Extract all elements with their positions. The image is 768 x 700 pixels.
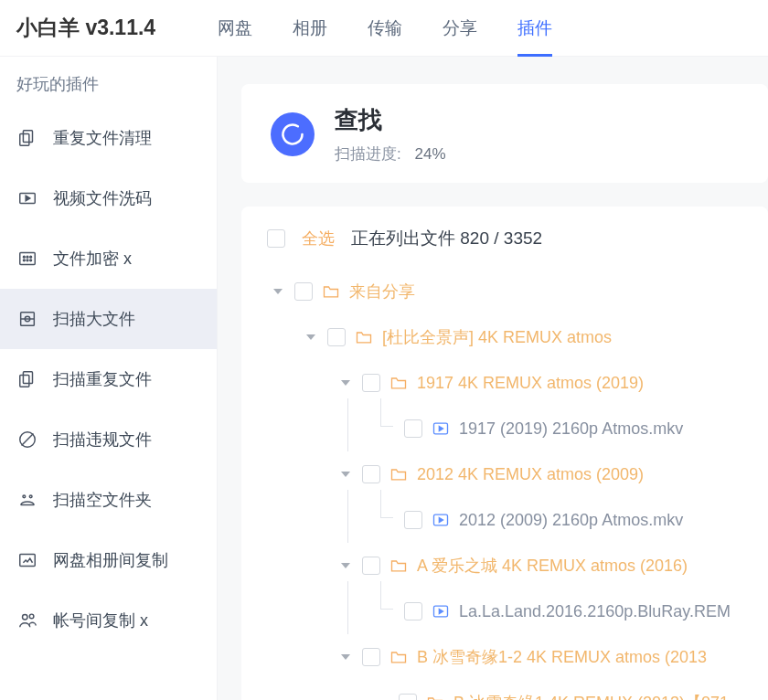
sidebar-item-copy-account[interactable]: 帐号间复制 x	[0, 590, 217, 651]
tree-label: 2012 4K REMUX atmos (2009)	[417, 465, 644, 484]
sidebar-item-label: 视频文件洗码	[53, 187, 152, 209]
folder-icon	[355, 328, 373, 346]
video-file-icon	[432, 419, 450, 438]
tab-pan[interactable]: 网盘	[218, 0, 252, 57]
tree-checkbox[interactable]	[362, 648, 380, 666]
tree-checkbox[interactable]	[294, 282, 313, 301]
caret-icon[interactable]	[338, 558, 353, 573]
sidebar-item-label: 扫描违规文件	[53, 429, 152, 451]
tree-row-root[interactable]: 来自分享	[267, 269, 768, 314]
tree-label: B 冰雪奇缘1 4K REMUX (2013)【071	[453, 692, 729, 700]
sidebar-item-label: 文件加密 x	[53, 248, 132, 270]
caret-icon[interactable]	[338, 376, 353, 390]
tree-checkbox[interactable]	[362, 557, 380, 575]
tree-connector	[338, 497, 362, 543]
tree-checkbox[interactable]	[399, 694, 417, 700]
select-all-link[interactable]: 全选	[302, 228, 335, 249]
caret-icon[interactable]	[304, 330, 318, 345]
svg-rect-3	[20, 253, 36, 265]
caret-icon[interactable]	[375, 695, 389, 700]
sidebar-item-label: 帐号间复制 x	[53, 610, 148, 631]
sidebar-item-scan-large[interactable]: 扫描大文件	[0, 289, 217, 349]
tree-row-folder[interactable]: 2012 4K REMUX atmos (2009)	[267, 451, 768, 497]
tree-checkbox[interactable]	[404, 419, 422, 438]
scan-progress-line: 扫描进度: 24%	[335, 143, 446, 164]
scan-dup-icon	[16, 368, 38, 390]
svg-rect-1	[20, 133, 29, 145]
empty-folder-icon	[16, 489, 38, 511]
caret-icon[interactable]	[338, 467, 353, 482]
tree-row-folder[interactable]: B 冰雪奇缘1 4K REMUX (2013)【071	[267, 680, 768, 700]
sidebar-item-scan-empty[interactable]: 扫描空文件夹	[0, 470, 217, 530]
tree-checkbox[interactable]	[362, 374, 380, 392]
top-tabs: 网盘 相册 传输 分享 插件	[218, 0, 552, 57]
sidebar-item-scan-violation[interactable]: 扫描违规文件	[0, 409, 217, 470]
select-all-checkbox[interactable]	[267, 229, 285, 248]
tab-plugin[interactable]: 插件	[517, 0, 552, 57]
svg-point-16	[29, 495, 32, 498]
tree-branch	[371, 589, 395, 634]
tree-row-folder[interactable]: B 冰雪奇缘1-2 4K REMUX atmos (2013	[267, 634, 768, 680]
tree-label: 1917 4K REMUX atmos (2019)	[417, 374, 644, 393]
tree-connector	[338, 406, 362, 451]
scan-progress-label: 扫描进度:	[335, 145, 401, 163]
svg-rect-13	[20, 375, 29, 387]
tree-branch	[371, 406, 395, 451]
sidebar-item-video-convert[interactable]: 视频文件洗码	[0, 168, 217, 228]
violation-icon	[16, 429, 38, 451]
tree-branch	[371, 497, 395, 543]
tree-checkbox[interactable]	[404, 511, 422, 529]
sidebar-item-duplicate-clean[interactable]: 重复文件清理	[0, 108, 217, 168]
sidebar-item-copy-album[interactable]: 网盘相册间复制	[0, 530, 217, 590]
svg-point-19	[29, 614, 34, 619]
copy-album-icon	[16, 549, 38, 571]
tree-row-folder[interactable]: 1917 4K REMUX atmos (2019)	[267, 360, 768, 406]
main: 查找 扫描进度: 24% 全选 正在列出文件 820 / 3352	[218, 57, 768, 700]
scan-title: 查找	[335, 104, 446, 136]
scan-large-icon	[16, 308, 38, 330]
svg-point-6	[30, 256, 32, 258]
svg-point-18	[23, 615, 28, 620]
svg-point-15	[23, 495, 26, 498]
tab-transfer[interactable]: 传输	[368, 0, 402, 57]
svg-point-5	[27, 256, 28, 258]
sidebar-item-label: 扫描重复文件	[53, 368, 152, 390]
sidebar-item-label: 重复文件清理	[53, 127, 152, 149]
tree-checkbox[interactable]	[362, 465, 380, 483]
tree-label: La.La.Land.2016.2160p.BluRay.REM	[459, 602, 731, 621]
svg-rect-12	[23, 372, 32, 384]
folder-icon	[389, 465, 408, 483]
video-convert-icon	[16, 187, 38, 209]
app-title: 小白羊 v3.11.4	[16, 14, 218, 42]
tree-label: [杜比全景声] 4K REMUX atmos	[382, 326, 612, 348]
video-file-icon	[432, 602, 450, 620]
tree-label: B 冰雪奇缘1-2 4K REMUX atmos (2013	[417, 646, 707, 668]
folder-icon	[426, 694, 444, 700]
tab-album[interactable]: 相册	[293, 0, 327, 57]
tree-row-file[interactable]: 1917 (2019) 2160p Atmos.mkv	[267, 406, 768, 451]
tab-share[interactable]: 分享	[443, 0, 477, 57]
svg-point-7	[23, 260, 25, 261]
folder-icon	[322, 282, 340, 301]
tree-checkbox[interactable]	[327, 328, 346, 346]
sidebar-item-encrypt[interactable]: 文件加密 x	[0, 228, 217, 289]
svg-point-8	[27, 260, 28, 261]
svg-rect-17	[20, 555, 36, 567]
sidebar-item-scan-dup[interactable]: 扫描重复文件	[0, 349, 217, 409]
sidebar-item-label: 扫描空文件夹	[53, 489, 152, 511]
tree-checkbox[interactable]	[404, 602, 422, 620]
caret-icon[interactable]	[271, 284, 285, 299]
scan-panel: 查找 扫描进度: 24%	[241, 84, 768, 183]
encrypt-icon	[16, 248, 38, 270]
tree-row-folder[interactable]: A 爱乐之城 4K REMUX atmos (2016)	[267, 543, 768, 589]
caret-icon[interactable]	[338, 650, 353, 664]
scan-badge-icon	[271, 112, 315, 156]
sidebar-title: 好玩的插件	[0, 73, 217, 108]
sidebar-item-label: 网盘相册间复制	[53, 549, 168, 571]
tree-row-file[interactable]: La.La.Land.2016.2160p.BluRay.REM	[267, 589, 768, 634]
svg-rect-0	[23, 131, 32, 143]
tree-row-file[interactable]: 2012 (2009) 2160p Atmos.mkv	[267, 497, 768, 543]
tree-row-atmos[interactable]: [杜比全景声] 4K REMUX atmos	[267, 314, 768, 360]
scan-progress-pct: 24%	[414, 145, 445, 163]
tree-connector	[338, 589, 362, 634]
